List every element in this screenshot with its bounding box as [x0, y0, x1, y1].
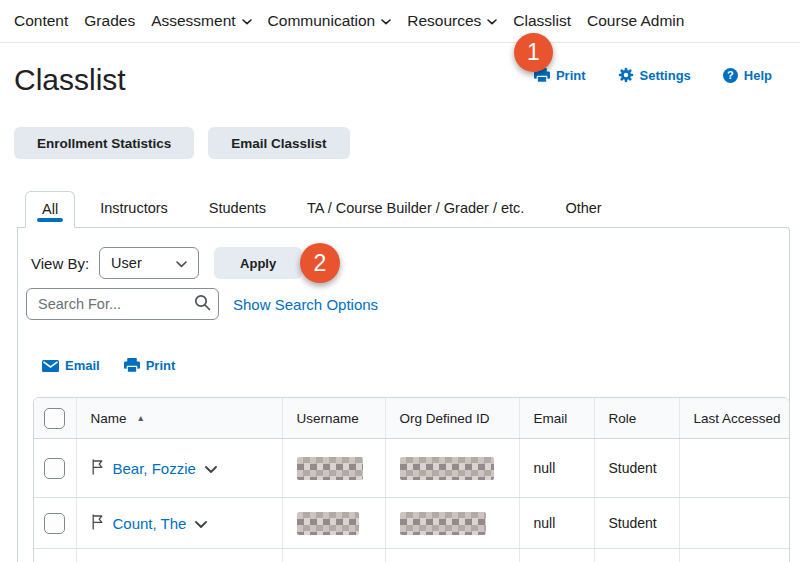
tab-panel: View By: User Apply	[17, 227, 790, 562]
table-header-row: Name▲ Username Org Defined ID Email Role…	[34, 398, 789, 439]
org-defined-id-cell	[385, 439, 519, 498]
row-select-cell	[34, 439, 76, 498]
view-by-selected-value: User	[111, 255, 142, 271]
tab-label: All	[42, 201, 58, 217]
column-header-org-defined-id[interactable]: Org Defined ID	[385, 398, 519, 439]
print-selected-button[interactable]: Print	[124, 358, 176, 373]
help-button[interactable]: ? Help	[723, 67, 772, 83]
view-by-select[interactable]: User	[99, 247, 199, 279]
nav-item-grades[interactable]: Grades	[84, 12, 135, 30]
column-header-name[interactable]: Name▲	[76, 398, 282, 439]
tab-instructors[interactable]: Instructors	[84, 191, 184, 228]
flag-icon	[91, 459, 104, 478]
select-all-checkbox[interactable]	[44, 408, 65, 429]
chevron-down-icon	[487, 17, 497, 25]
email-cell: null	[519, 439, 594, 498]
nav-item-resources[interactable]: Resources	[407, 12, 497, 30]
nav-item-assessment[interactable]: Assessment	[151, 12, 251, 30]
column-header-username[interactable]: Username	[282, 398, 385, 439]
help-label: Help	[744, 68, 772, 83]
tab-label: Instructors	[100, 200, 168, 216]
chevron-down-icon	[205, 460, 217, 476]
nav-item-content[interactable]: Content	[14, 12, 68, 30]
name-cell: Count, The	[76, 498, 282, 549]
view-by-label: View By:	[31, 255, 89, 272]
flag-icon	[91, 514, 104, 533]
annotation-step-2-badge: 2	[300, 243, 340, 283]
user-context-menu[interactable]: Bear, Fozzie	[91, 459, 278, 478]
tab-label: Students	[209, 200, 266, 216]
tab-ta-course-builder-grader[interactable]: TA / Course Builder / Grader / etc.	[291, 191, 540, 228]
classlist-table: Name▲ Username Org Defined ID Email Role…	[33, 397, 790, 562]
search-icon	[194, 294, 211, 314]
row-select-cell	[34, 498, 76, 549]
row-checkbox[interactable]	[44, 513, 65, 534]
view-by-row: View By: User Apply	[26, 247, 789, 279]
print-label: Print	[556, 68, 586, 83]
classlist-page: Content Grades Assessment Communication …	[0, 0, 800, 562]
nav-item-label: Assessment	[151, 12, 235, 30]
user-context-menu[interactable]: Count, The	[91, 514, 278, 533]
toolbar: Enrollment Statistics Email Classlist	[0, 99, 800, 159]
user-name-link: Bear, Fozzie	[113, 460, 196, 477]
nav-item-label: Content	[14, 12, 68, 30]
chevron-down-icon	[195, 515, 207, 531]
settings-button[interactable]: Settings	[618, 67, 691, 83]
name-cell: Bear, Fozzie	[76, 439, 282, 498]
table-row	[34, 549, 789, 562]
nav-item-label: Resources	[407, 12, 481, 30]
search-box	[26, 288, 219, 320]
email-label: Email	[65, 358, 100, 373]
nav-item-label: Communication	[268, 12, 376, 30]
table-row: Count, The null Student	[34, 498, 789, 549]
column-header-role[interactable]: Role	[594, 398, 679, 439]
search-button[interactable]	[186, 289, 218, 319]
gear-icon	[618, 67, 634, 83]
show-search-options-link[interactable]: Show Search Options	[233, 296, 378, 313]
redacted-org-defined-id	[400, 512, 486, 535]
list-actions: Email Print	[26, 358, 789, 373]
tab-label: Other	[565, 200, 601, 216]
tab-all[interactable]: All	[25, 191, 75, 228]
search-input[interactable]	[27, 296, 186, 312]
row-checkbox[interactable]	[44, 458, 65, 479]
redacted-org-defined-id	[400, 457, 494, 480]
nav-item-course-admin[interactable]: Course Admin	[587, 12, 684, 30]
nav-item-communication[interactable]: Communication	[268, 12, 392, 30]
email-cell: null	[519, 498, 594, 549]
enrollment-statistics-button[interactable]: Enrollment Statistics	[14, 127, 194, 159]
page-header: Classlist Print	[0, 43, 800, 99]
column-header-email[interactable]: Email	[519, 398, 594, 439]
email-classlist-button[interactable]: Email Classlist	[208, 127, 349, 159]
role-cell: Student	[594, 498, 679, 549]
nav-item-label: Grades	[84, 12, 135, 30]
chevron-down-icon	[242, 17, 252, 25]
username-cell	[282, 439, 385, 498]
tab-other[interactable]: Other	[549, 191, 617, 228]
chevron-down-icon	[176, 255, 187, 271]
nav-item-label: Course Admin	[587, 12, 684, 30]
select-all-header-cell	[34, 398, 76, 439]
print-label: Print	[146, 358, 176, 373]
redacted-username	[297, 457, 363, 480]
tab-students[interactable]: Students	[193, 191, 282, 228]
redacted-username	[297, 512, 359, 535]
printer-icon	[124, 358, 140, 373]
tab-label: TA / Course Builder / Grader / etc.	[307, 200, 524, 216]
chevron-down-icon	[381, 17, 391, 25]
sort-ascending-icon: ▲	[137, 413, 145, 423]
user-name-link: Count, The	[113, 515, 187, 532]
nav-item-classlist[interactable]: Classlist	[513, 12, 571, 30]
column-header-last-accessed[interactable]: Last Accessed	[679, 398, 789, 439]
apply-button[interactable]: Apply	[214, 247, 302, 279]
last-accessed-cell	[679, 498, 789, 549]
settings-label: Settings	[640, 68, 691, 83]
username-cell	[282, 498, 385, 549]
help-icon: ?	[723, 68, 738, 83]
role-cell: Student	[594, 439, 679, 498]
tab-strip: All Instructors Students TA / Course Bui…	[17, 191, 790, 228]
table-row: Bear, Fozzie null Student	[34, 439, 789, 498]
email-selected-button[interactable]: Email	[42, 358, 100, 373]
classlist-tabs-area: All Instructors Students TA / Course Bui…	[17, 191, 790, 562]
annotation-step-1-badge: 1	[514, 33, 553, 72]
